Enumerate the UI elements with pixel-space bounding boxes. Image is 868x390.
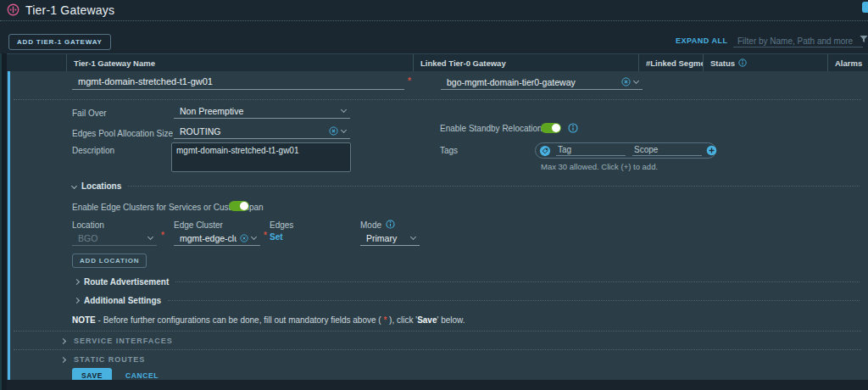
standby-relocation-toggle[interactable] bbox=[541, 123, 561, 133]
divider bbox=[14, 349, 861, 350]
chevron-down-icon bbox=[71, 183, 77, 189]
additional-settings-title: Additional Settings bbox=[84, 296, 161, 305]
left-edge-accent bbox=[0, 53, 2, 390]
gateway-edit-panel: * bgo-mgmt-domain-tier0-gateway Fail Ove… bbox=[7, 71, 868, 380]
edges-column-label: Edges bbox=[270, 220, 293, 230]
static-routes-section[interactable]: STATIC ROUTES bbox=[61, 355, 860, 364]
edge-cluster-column-label: Edge Cluster bbox=[174, 220, 223, 230]
note-body: - Before further configurations can be d… bbox=[96, 315, 384, 325]
section-dotted-fill bbox=[175, 281, 860, 282]
service-interfaces-section[interactable]: SERVICE INTERFACES bbox=[61, 337, 860, 345]
tags-editor bbox=[535, 142, 716, 159]
edge-cluster-select[interactable]: mgmt-edge-clust bbox=[174, 231, 260, 246]
linked-tier0-value: bgo-mgmt-domain-tier0-gateway bbox=[447, 77, 618, 87]
service-interfaces-title: SERVICE INTERFACES bbox=[74, 337, 173, 345]
fail-over-label: Fail Over bbox=[72, 109, 107, 118]
description-label: Description bbox=[72, 146, 114, 155]
note-body: ' below. bbox=[437, 315, 465, 325]
static-routes-title: STATIC ROUTES bbox=[74, 355, 145, 364]
location-column-label: Location bbox=[72, 220, 104, 230]
chevron-right-icon bbox=[74, 298, 80, 304]
chevron-down-icon bbox=[633, 78, 639, 84]
column-linked-segments[interactable]: #Linked Segments bbox=[638, 54, 703, 71]
status-info-icon[interactable] bbox=[738, 58, 747, 67]
fail-over-value: Non Preemptive bbox=[180, 106, 338, 116]
bottom-strip bbox=[7, 380, 868, 390]
add-tag-icon[interactable] bbox=[706, 145, 717, 156]
chevron-right-icon bbox=[60, 337, 66, 343]
tier1-gateway-icon bbox=[7, 3, 19, 16]
required-asterisk: * bbox=[161, 231, 164, 240]
section-dotted-fill bbox=[168, 300, 860, 301]
chevron-right-icon bbox=[60, 356, 66, 362]
filter-input[interactable] bbox=[733, 36, 863, 46]
locations-section-header[interactable]: Locations bbox=[72, 181, 860, 191]
chevron-down-icon bbox=[251, 234, 257, 240]
page-title: Tier-1 Gateways bbox=[25, 3, 114, 17]
standby-relocation-label: Enable Standby Relocation bbox=[440, 124, 542, 133]
locations-section-title: Locations bbox=[81, 181, 121, 191]
column-gutter bbox=[7, 54, 66, 71]
column-tier1-gateway-name[interactable]: Tier-1 Gateway Name bbox=[66, 54, 413, 71]
add-location-button[interactable]: ADD LOCATION bbox=[72, 254, 147, 268]
edge-cluster-value: mgmt-edge-clust bbox=[180, 233, 236, 243]
standby-info-icon[interactable] bbox=[568, 123, 578, 133]
mode-column-label: Mode bbox=[360, 220, 381, 230]
edges-pool-label: Edges Pool Allocation Size bbox=[72, 129, 173, 138]
edges-pool-value: ROUTING bbox=[180, 126, 326, 136]
tags-label: Tags bbox=[440, 146, 458, 155]
column-linked-tier0-gateway[interactable]: Linked Tier-0 Gateway bbox=[413, 54, 638, 71]
route-advertisement-title: Route Advertisement bbox=[84, 277, 169, 287]
divider bbox=[14, 331, 861, 332]
clear-icon[interactable] bbox=[329, 126, 338, 136]
tier1-gateways-screen: Tier-1 Gateways ADD TIER-1 GATEWAY EXPAN… bbox=[0, 0, 868, 390]
route-advertisement-section[interactable]: Route Advertisement bbox=[75, 277, 860, 287]
column-status-label: Status bbox=[710, 58, 735, 68]
side-panel-icon[interactable] bbox=[862, 2, 868, 13]
add-tier1-gateway-button[interactable]: ADD TIER-1 GATEWAY bbox=[8, 34, 111, 50]
filter-icon[interactable] bbox=[860, 35, 868, 43]
gateway-name-input[interactable] bbox=[72, 75, 404, 90]
filter-field bbox=[733, 32, 863, 47]
tags-hint: Max 30 allowed. Click (+) to add. bbox=[541, 162, 658, 171]
note-save-word: Save bbox=[417, 315, 437, 325]
column-alarms[interactable]: Alarms bbox=[827, 54, 868, 71]
expand-all-link[interactable]: EXPAND ALL bbox=[676, 36, 728, 45]
clear-icon[interactable] bbox=[240, 234, 248, 242]
chevron-down-icon bbox=[341, 107, 347, 113]
required-asterisk: * bbox=[264, 231, 267, 240]
cancel-button[interactable]: CANCEL bbox=[125, 371, 159, 380]
mode-value: Primary bbox=[366, 233, 408, 243]
location-value: BGO bbox=[78, 233, 145, 243]
selected-row-accent bbox=[8, 71, 10, 380]
fail-over-select[interactable]: Non Preemptive bbox=[174, 103, 350, 119]
section-dotted-fill bbox=[128, 186, 860, 187]
note-body: ), click ' bbox=[387, 315, 417, 325]
location-select[interactable]: BGO bbox=[72, 231, 157, 246]
row-divider bbox=[14, 99, 861, 100]
tag-input[interactable] bbox=[556, 145, 626, 156]
tag-icon bbox=[539, 145, 551, 157]
mode-select[interactable]: Primary bbox=[360, 231, 420, 246]
chevron-right-icon bbox=[74, 279, 80, 285]
edges-set-link[interactable]: Set bbox=[270, 232, 283, 242]
additional-settings-section[interactable]: Additional Settings bbox=[75, 296, 860, 305]
required-asterisk: * bbox=[408, 76, 411, 86]
mode-info-icon[interactable] bbox=[386, 220, 395, 229]
linked-tier0-select[interactable]: bgo-mgmt-domain-tier0-gateway bbox=[441, 75, 643, 90]
note-label: NOTE bbox=[72, 315, 96, 325]
description-textarea[interactable]: mgmt-domain-stretched-t1-gw01 bbox=[171, 142, 351, 172]
edges-pool-select[interactable]: ROUTING bbox=[174, 124, 350, 139]
chevron-down-icon bbox=[410, 234, 416, 240]
clear-icon[interactable] bbox=[621, 77, 631, 86]
column-status[interactable]: Status bbox=[703, 54, 827, 71]
title-divider bbox=[0, 20, 868, 21]
chevron-down-icon bbox=[341, 127, 347, 133]
note-text: NOTE - Before further configurations can… bbox=[72, 315, 465, 325]
edge-clusters-toggle[interactable] bbox=[229, 201, 249, 211]
table-header: Tier-1 Gateway Name Linked Tier-0 Gatewa… bbox=[7, 53, 868, 71]
scope-input[interactable] bbox=[632, 145, 702, 156]
title-bar: Tier-1 Gateways bbox=[0, 0, 868, 20]
chevron-down-icon bbox=[147, 234, 153, 240]
